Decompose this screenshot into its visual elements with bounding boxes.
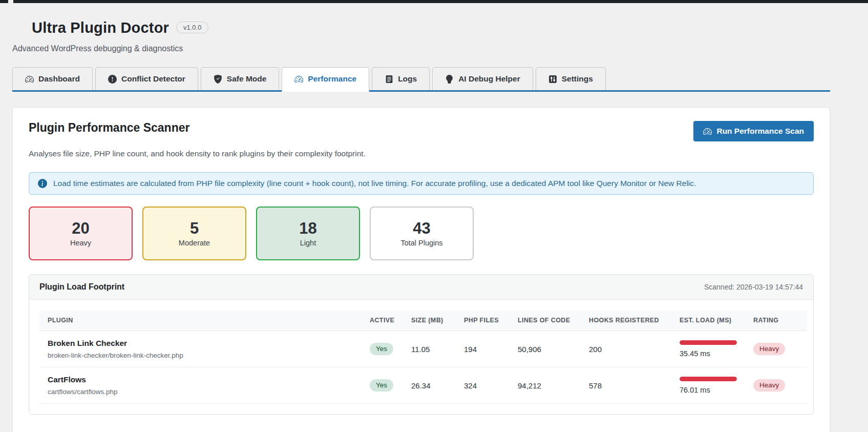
load-bar (680, 377, 737, 381)
panel-title: Plugin Performance Scanner (29, 121, 189, 135)
plugin-path: cartflows/cartflows.php (48, 388, 366, 396)
tab-bar: Dashboard Conflict Detector Safe Mode Pe… (12, 67, 830, 92)
column-header-est-load-ms: EST. LOAD (MS) (680, 310, 753, 331)
plugin-name: Broken Link Checker (48, 339, 366, 348)
exclamation-circle-icon (108, 75, 117, 84)
tab-conflict-detector[interactable]: Conflict Detector (95, 67, 198, 90)
tab-settings[interactable]: Settings (536, 67, 606, 90)
load-ms-label: 76.01 ms (680, 386, 749, 394)
active-badge: Yes (370, 379, 393, 392)
plugin-name: CartFlows (48, 375, 366, 384)
page-subtitle: Advanced WordPress debugging & diagnosti… (12, 44, 830, 53)
hooks-registered-cell: 578 (589, 367, 680, 404)
column-header-active: ACTIVE (370, 310, 411, 331)
stat-value: 5 (190, 220, 199, 236)
tab-label: Dashboard (38, 74, 80, 84)
table-row: Broken Link Checker broken-link-checker/… (39, 331, 807, 367)
plugin-load-footprint-panel: Plugin Load Footprint Scanned: 2026-03-1… (29, 274, 814, 415)
stat-label: Light (300, 239, 316, 247)
tab-label: AI Debug Helper (458, 74, 520, 84)
stat-card-light: 18 Light (256, 207, 360, 260)
info-alert: Load time estimates are calculated from … (29, 172, 814, 195)
table-row: CartFlows cartflows/cartflows.php Yes 26… (39, 367, 807, 404)
version-badge: v1.0.0 (176, 22, 208, 33)
admin-bar-gap (8, 0, 13, 3)
plugin-path: broken-link-checker/broken-link-checker.… (48, 352, 366, 359)
table-header-row: PLUGINACTIVESIZE (MB)PHP FILESLINES OF C… (39, 310, 807, 331)
shield-check-icon (214, 75, 222, 84)
stat-label: Total Plugins (400, 239, 442, 247)
size-mb-cell: 11.05 (411, 331, 464, 367)
stat-label: Heavy (70, 239, 91, 247)
info-alert-text: Load time estimates are calculated from … (53, 179, 696, 188)
stat-label: Moderate (179, 239, 210, 247)
size-mb-cell: 26.34 (411, 367, 464, 404)
tab-label: Performance (308, 74, 356, 84)
journal-icon (385, 75, 393, 84)
page-header: Ultra Plugin Doctor v1.0.0 Advanced Word… (12, 19, 830, 53)
scanned-timestamp: Scanned: 2026-03-19 14:57:44 (704, 283, 803, 291)
stat-card-heavy: 20 Heavy (29, 207, 133, 260)
stat-card-total-plugins: 43 Total Plugins (370, 207, 474, 260)
column-header-lines-of-code: LINES OF CODE (518, 310, 589, 331)
tab-label: Logs (398, 74, 417, 84)
load-ms-label: 35.45 ms (680, 349, 749, 358)
info-icon (38, 179, 47, 188)
tab-ai-debug-helper[interactable]: AI Debug Helper (432, 67, 533, 90)
tab-label: Conflict Detector (121, 74, 185, 84)
performance-panel: Plugin Performance Scanner Run Performan… (12, 107, 830, 432)
stat-value: 18 (299, 220, 316, 236)
active-badge: Yes (370, 343, 393, 355)
lines-of-code-cell: 50,906 (518, 331, 589, 367)
column-header-php-files: PHP FILES (464, 310, 518, 331)
lightbulb-icon (445, 75, 454, 84)
tab-performance[interactable]: Performance (282, 67, 369, 92)
stat-value: 20 (72, 220, 89, 236)
php-files-cell: 194 (464, 331, 518, 367)
page-title: Ultra Plugin Doctor (32, 19, 169, 36)
stat-card-moderate: 5 Moderate (142, 207, 246, 260)
rating-badge: Heavy (753, 379, 785, 392)
hooks-registered-cell: 200 (589, 331, 680, 367)
plugin-table: PLUGINACTIVESIZE (MB)PHP FILESLINES OF C… (39, 310, 807, 404)
footprint-title: Plugin Load Footprint (39, 282, 124, 292)
speedometer-icon (703, 127, 712, 136)
lines-of-code-cell: 94,212 (518, 367, 589, 404)
stat-cards: 20 Heavy 5 Moderate 18 Light 43 Total Pl… (29, 207, 814, 260)
panel-subtitle: Analyses file size, PHP line count, and … (29, 149, 814, 158)
tab-logs[interactable]: Logs (372, 67, 430, 90)
column-header-size-mb: SIZE (MB) (411, 310, 464, 331)
run-performance-scan-button[interactable]: Run Performance Scan (693, 121, 814, 141)
tab-dashboard[interactable]: Dashboard (12, 67, 93, 90)
tab-label: Safe Mode (227, 74, 267, 84)
speedometer-icon (25, 75, 34, 84)
column-header-plugin: PLUGIN (39, 310, 370, 331)
load-bar (680, 340, 737, 345)
php-files-cell: 324 (464, 367, 518, 404)
tab-safe-mode[interactable]: Safe Mode (201, 67, 280, 90)
column-header-rating: RATING (753, 310, 807, 331)
scan-button-label: Run Performance Scan (716, 127, 804, 136)
stat-value: 43 (413, 220, 430, 236)
column-header-hooks-registered: HOOKS REGISTERED (589, 310, 680, 331)
sliders-icon (548, 75, 557, 84)
admin-bar (0, 0, 868, 3)
tab-label: Settings (562, 74, 593, 84)
speedometer-icon (294, 75, 303, 84)
rating-badge: Heavy (753, 343, 785, 355)
